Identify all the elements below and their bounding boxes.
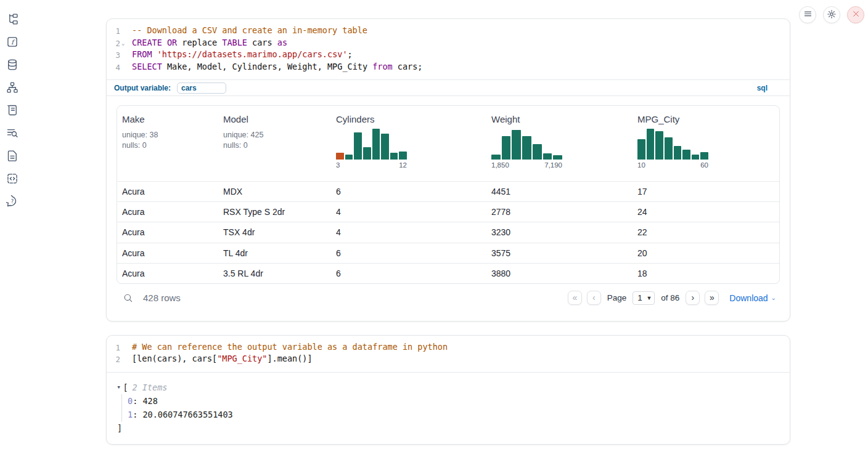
first-page-button[interactable]: « xyxy=(568,291,582,305)
prev-page-button[interactable]: ‹ xyxy=(587,291,601,305)
settings-button[interactable] xyxy=(823,6,840,23)
function-icon: f xyxy=(6,36,18,50)
histogram-bar[interactable] xyxy=(543,153,552,160)
column-header-cylinders[interactable]: Cylinders 3 12 xyxy=(331,106,486,181)
table-row[interactable]: AcuraMDX6445117 xyxy=(117,181,779,201)
table-cell: 4451 xyxy=(486,187,633,196)
code-line: [len(cars), cars["MPG_City"].mean()] xyxy=(132,353,448,365)
file-tree-icon xyxy=(6,13,18,27)
histogram-bar[interactable] xyxy=(345,155,353,160)
histogram-bar[interactable] xyxy=(502,136,511,160)
column-header-model[interactable]: Model unique: 425 nulls: 0 xyxy=(218,106,331,181)
histogram-bar[interactable] xyxy=(665,137,673,160)
column-header-weight[interactable]: Weight 1,850 7,190 xyxy=(486,106,633,181)
histogram-bar[interactable] xyxy=(390,153,398,160)
download-button[interactable]: Download ⌄ xyxy=(729,293,776,303)
sidebar-item-datasources[interactable] xyxy=(5,58,20,73)
histogram-bar[interactable] xyxy=(553,155,562,160)
histogram-bar[interactable] xyxy=(399,152,407,160)
sidebar-item-scratchpad[interactable] xyxy=(5,103,20,118)
menu-button[interactable] xyxy=(799,6,816,23)
hamburger-icon xyxy=(803,9,813,20)
table-cell: Acura xyxy=(117,207,218,217)
histogram-bar[interactable] xyxy=(336,153,344,160)
code-line: FROM 'https://datasets.marimo.app/cars.c… xyxy=(132,49,422,61)
tree-item: 0: 428 xyxy=(128,394,780,408)
sidebar: f ? xyxy=(5,12,22,209)
histogram-bar[interactable] xyxy=(674,146,682,160)
sql-cell-output: Make unique: 38 nulls: 0 Model unique: 4… xyxy=(107,96,790,321)
svg-text:?: ? xyxy=(11,198,14,204)
histogram-bar[interactable] xyxy=(637,139,645,160)
output-variable-input[interactable] xyxy=(177,83,226,94)
items-count-label: 2 Items xyxy=(133,381,168,394)
table-footer: 428 rows « ‹ Page 1 ▼ of 86 › » Download… xyxy=(117,285,780,311)
table-cell: 4 xyxy=(331,227,486,237)
histogram-bar[interactable] xyxy=(372,129,380,160)
table-row[interactable]: AcuraTL 4dr6357520 xyxy=(117,243,779,263)
last-page-button[interactable]: » xyxy=(705,291,719,305)
sidebar-item-documentation[interactable] xyxy=(5,149,20,164)
histogram-bar[interactable] xyxy=(647,129,655,160)
close-bracket: ] xyxy=(117,422,780,434)
next-page-button[interactable]: › xyxy=(686,291,700,305)
cylinders-histogram[interactable]: 3 12 xyxy=(336,127,407,169)
language-badge: sql xyxy=(757,84,768,92)
table-cell: Acura xyxy=(117,227,218,237)
sidebar-item-help[interactable]: ? xyxy=(5,195,20,209)
column-header-mpg-city[interactable]: MPG_City 10 60 xyxy=(633,106,779,181)
python-code-editor[interactable]: 12 # We can reference the output variabl… xyxy=(107,336,790,372)
shutdown-button[interactable] xyxy=(847,6,864,23)
weight-histogram[interactable]: 1,850 7,190 xyxy=(491,127,562,169)
histogram-bar[interactable] xyxy=(692,155,700,160)
sidebar-item-snippets[interactable] xyxy=(5,172,20,187)
table-cell: Acura xyxy=(117,187,218,196)
database-icon xyxy=(6,59,18,73)
column-header-make[interactable]: Make unique: 38 nulls: 0 xyxy=(117,106,218,181)
search-icon[interactable] xyxy=(123,293,134,304)
histogram-bar[interactable] xyxy=(381,134,389,160)
table-header: Make unique: 38 nulls: 0 Model unique: 4… xyxy=(117,106,779,181)
sql-code-editor[interactable]: 12⌄34 -- Download a CSV and create an in… xyxy=(107,19,790,79)
tree-item: 1: 20.060747663551403 xyxy=(128,408,780,422)
data-table: Make unique: 38 nulls: 0 Model unique: 4… xyxy=(117,105,780,284)
gear-icon xyxy=(827,9,837,21)
sidebar-item-functions[interactable]: f xyxy=(5,35,20,50)
histogram-bar[interactable] xyxy=(682,150,690,160)
histogram-bar[interactable] xyxy=(491,155,501,160)
histogram-bar[interactable] xyxy=(533,144,542,160)
fold-chevron-icon[interactable]: ⌄ xyxy=(121,38,125,50)
table-cell: Acura xyxy=(117,248,218,258)
snippets-icon xyxy=(6,172,18,187)
page-total-label: of 86 xyxy=(661,293,679,302)
sidebar-item-dependency-graph[interactable] xyxy=(5,81,20,95)
table-cell: 3.5 RL 4dr xyxy=(218,269,331,278)
line-number: 4 xyxy=(107,62,120,74)
histogram-bar[interactable] xyxy=(512,130,521,160)
table-cell: 4 xyxy=(331,207,486,217)
sidebar-item-file-explorer[interactable] xyxy=(5,12,20,27)
table-row[interactable]: AcuraRSX Type S 2dr4277824 xyxy=(117,201,779,222)
page-select[interactable]: 1 ▼ xyxy=(633,291,655,305)
code-line: CREATE OR replace TABLE cars as xyxy=(132,37,422,49)
scratchpad-icon xyxy=(6,104,18,118)
histogram-bar[interactable] xyxy=(655,131,663,160)
table-cell: 22 xyxy=(633,227,779,237)
mpg-city-histogram[interactable]: 10 60 xyxy=(637,127,708,169)
collapse-chevron-icon[interactable]: ▼ xyxy=(118,382,120,393)
table-cell: 6 xyxy=(331,269,486,278)
sidebar-item-logs[interactable] xyxy=(5,126,20,141)
line-number: 1 xyxy=(107,342,120,354)
row-count: 428 rows xyxy=(143,293,181,303)
histogram-bar[interactable] xyxy=(700,152,708,160)
histogram-bar[interactable] xyxy=(522,136,531,160)
table-cell: TSX 4dr xyxy=(218,227,331,237)
table-row[interactable]: Acura3.5 RL 4dr6388018 xyxy=(117,263,779,283)
line-number: 2 xyxy=(107,354,120,366)
table-cell: RSX Type S 2dr xyxy=(218,207,331,217)
histogram-bar[interactable] xyxy=(363,147,371,160)
code-line: SELECT Make, Model, Cylinders, Weight, M… xyxy=(132,61,422,73)
table-row[interactable]: AcuraTSX 4dr4323022 xyxy=(117,222,779,242)
histogram-bar[interactable] xyxy=(354,132,362,160)
table-cell: 18 xyxy=(633,269,779,278)
